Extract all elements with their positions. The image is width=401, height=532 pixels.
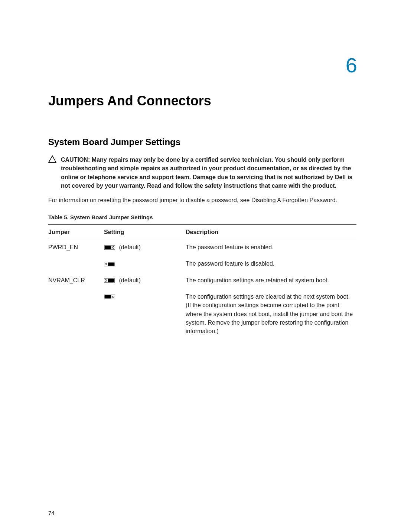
jumper-pins-23-icon (104, 276, 115, 285)
table-row: The password feature is disabled. (48, 256, 356, 272)
cell-setting (104, 289, 186, 339)
jumper-pins-12-icon (104, 293, 115, 301)
header-setting: Setting (104, 225, 186, 239)
setting-suffix: (default) (117, 244, 141, 250)
cell-jumper: PWRD_EN (48, 239, 104, 256)
cell-desc: The configuration settings are cleared a… (186, 289, 356, 339)
table-row: The configuration settings are cleared a… (48, 289, 356, 339)
cell-jumper (48, 256, 104, 272)
intro-text: For information on resetting the passwor… (48, 196, 356, 204)
page-number: 74 (48, 509, 55, 517)
caution-icon (48, 155, 56, 163)
svg-rect-1 (105, 246, 111, 249)
svg-point-2 (113, 247, 114, 249)
cell-setting: (default) (104, 272, 186, 289)
page-title: Jumpers And Connectors (48, 91, 356, 111)
jumper-pins-12-icon (104, 243, 115, 252)
table-caption: Table 5. System Board Jumper Settings (48, 213, 356, 221)
cell-jumper (48, 289, 104, 339)
svg-rect-10 (105, 295, 111, 299)
setting-suffix: (default) (117, 277, 141, 283)
svg-rect-5 (108, 262, 115, 266)
cell-setting (104, 256, 186, 272)
chapter-number: 6 (48, 50, 356, 80)
cell-desc: The configuration settings are retained … (186, 272, 356, 289)
svg-point-7 (105, 279, 107, 281)
svg-rect-8 (108, 279, 115, 282)
svg-point-4 (105, 263, 107, 265)
caution-text: CAUTION: Many repairs may only be done b… (61, 155, 356, 190)
jumper-settings-table: Jumper Setting Description PWRD_EN (defa… (48, 224, 356, 339)
cell-jumper: NVRAM_CLR (48, 272, 104, 289)
cell-setting: (default) (104, 239, 186, 256)
cell-desc: The password feature is disabled. (186, 256, 356, 272)
table-row: NVRAM_CLR (default) The configuration se… (48, 272, 356, 289)
header-description: Description (186, 225, 356, 239)
table-row: PWRD_EN (default) The password feature i… (48, 239, 356, 256)
svg-point-11 (113, 296, 114, 298)
jumper-pins-23-icon (104, 260, 115, 269)
table-header-row: Jumper Setting Description (48, 225, 356, 239)
caution-block: CAUTION: Many repairs may only be done b… (48, 155, 356, 190)
header-jumper: Jumper (48, 225, 104, 239)
cell-desc: The password feature is enabled. (186, 239, 356, 256)
section-title: System Board Jumper Settings (48, 136, 356, 149)
